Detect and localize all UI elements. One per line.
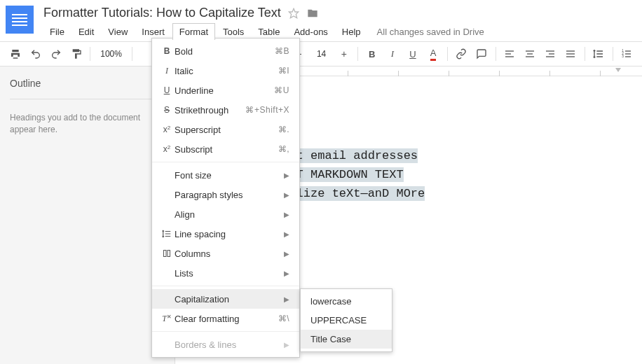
format-lists[interactable]: Lists▶ [152, 263, 299, 283]
strikethrough-icon: S [159, 105, 175, 115]
align-right-icon[interactable] [541, 44, 560, 64]
italic-icon[interactable]: I [383, 44, 402, 64]
format-bold[interactable]: B Bold ⌘B [152, 41, 299, 61]
clear-format-icon: T✕ [159, 314, 175, 324]
format-fontsize[interactable]: Font size▶ [152, 165, 299, 185]
chevron-right-icon: ▶ [284, 295, 289, 303]
line-spacing-icon [159, 229, 175, 239]
sidebar-hint: Headings you add to the document appear … [10, 112, 164, 136]
text-color-icon[interactable]: A [423, 44, 442, 64]
cap-titlecase[interactable]: Title Case [301, 330, 392, 349]
insert-comment-icon[interactable] [472, 44, 491, 64]
redo-icon[interactable] [46, 44, 65, 64]
menu-format[interactable]: Format [172, 23, 215, 40]
svg-rect-20 [168, 251, 170, 257]
format-underline[interactable]: U Underline ⌘U [152, 80, 299, 100]
docs-app-icon[interactable] [6, 6, 34, 34]
sidebar-title: Outline [10, 78, 165, 99]
menu-edit[interactable]: Edit [72, 24, 100, 40]
chevron-right-icon: ▶ [284, 230, 289, 238]
chevron-right-icon: ▶ [284, 250, 289, 258]
format-superscript[interactable]: x2 Superscript ⌘. [152, 120, 299, 139]
align-justify-icon[interactable] [561, 44, 580, 64]
line-spacing-icon[interactable] [589, 44, 608, 64]
superscript-icon: x2 [159, 125, 175, 134]
capitalization-submenu: lowercase UPPERCASE Title Case [300, 288, 392, 352]
undo-icon[interactable] [26, 44, 45, 64]
menu-file[interactable]: File [43, 24, 71, 40]
font-size-inc-icon[interactable]: + [334, 44, 353, 64]
format-italic[interactable]: I Italic ⌘I [152, 61, 299, 80]
chevron-right-icon: ▶ [284, 341, 289, 349]
folder-icon[interactable] [306, 8, 319, 19]
svg-text:3: 3 [622, 55, 624, 58]
numbered-list-icon[interactable]: 123 [617, 44, 636, 64]
print-icon[interactable] [6, 44, 25, 64]
format-columns[interactable]: Columns▶ [152, 244, 299, 263]
cap-lowercase[interactable]: lowercase [301, 292, 392, 311]
save-status: All changes saved in Drive [377, 27, 484, 37]
italic-icon: I [159, 66, 175, 76]
cap-uppercase[interactable]: UPPERCASE [301, 311, 392, 330]
format-borders: Borders & lines▶ [152, 335, 299, 354]
align-center-icon[interactable] [521, 44, 540, 64]
format-clear[interactable]: T✕ Clear formatting ⌘\ [152, 309, 299, 328]
format-paragraph[interactable]: Paragraph styles▶ [152, 185, 299, 204]
toolbar: 100% − 14 + B I U A 123 [0, 41, 642, 66]
menu-help[interactable]: Help [336, 24, 367, 40]
menu-view[interactable]: View [102, 24, 134, 40]
insert-link-icon[interactable] [451, 44, 470, 64]
format-align[interactable]: Align▶ [152, 204, 299, 224]
format-linespacing[interactable]: Line spacing▶ [152, 224, 299, 244]
menubar: File Edit View Insert Format Tools Table… [43, 23, 642, 40]
zoom-select[interactable]: 100% [95, 49, 128, 59]
subscript-icon: x2 [159, 144, 175, 154]
align-left-icon[interactable] [500, 44, 519, 64]
underline-icon[interactable]: U [403, 44, 422, 64]
outline-sidebar: Outline Headings you add to the document… [0, 66, 175, 364]
bold-icon: B [159, 46, 175, 56]
chevron-right-icon: ▶ [284, 172, 289, 179]
font-size-input[interactable]: 14 [310, 49, 333, 59]
chevron-right-icon: ▶ [284, 191, 289, 199]
star-icon[interactable] [288, 8, 299, 19]
bold-icon[interactable]: B [362, 44, 381, 64]
format-strike[interactable]: S Strikethrough ⌘+Shift+X [152, 100, 299, 120]
svg-marker-0 [289, 8, 298, 18]
format-subscript[interactable]: x2 Subscript ⌘, [152, 139, 299, 159]
chevron-right-icon: ▶ [284, 270, 289, 277]
columns-icon [159, 249, 175, 258]
underline-icon: U [159, 85, 175, 95]
format-menu-dropdown: B Bold ⌘B I Italic ⌘I U Underline ⌘U S S… [151, 38, 300, 358]
paint-format-icon[interactable] [67, 44, 86, 64]
chevron-right-icon: ▶ [284, 211, 289, 218]
format-capitalization[interactable]: Capitalization▶ [152, 289, 299, 309]
svg-rect-19 [164, 251, 167, 257]
document-title[interactable]: Formatter Tutorials: How to Capitalize T… [43, 6, 281, 20]
